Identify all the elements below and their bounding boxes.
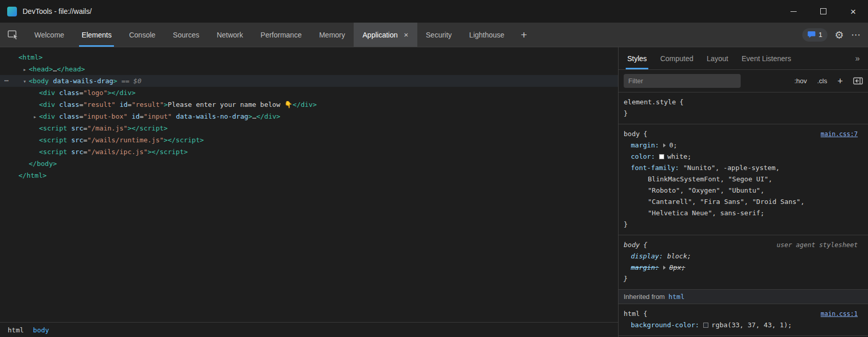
more-options-button[interactable]: ⋯ bbox=[851, 30, 861, 40]
close-tab-icon[interactable]: × bbox=[404, 31, 409, 39]
sidebar-toggle-icon[interactable] bbox=[853, 77, 863, 85]
tab-label: Network bbox=[217, 31, 243, 39]
property-value: "Nunito", -apple-system, bbox=[683, 164, 780, 172]
open-brace: { bbox=[680, 97, 684, 108]
tree-row-script-ipc[interactable]: <scriptsrc="/wails/ipc.js"></script> bbox=[0, 146, 618, 158]
class-toggle[interactable]: .cls bbox=[817, 77, 827, 85]
attr-name: class bbox=[59, 89, 79, 97]
tab-event-listeners[interactable]: Event Listeners bbox=[735, 47, 798, 69]
css-property-margin[interactable]: margin:0; bbox=[624, 140, 858, 151]
tree-row-body-close[interactable]: </body> bbox=[0, 158, 618, 170]
new-style-rule-button[interactable]: + bbox=[837, 77, 843, 86]
tree-row-div-logo[interactable]: <divclass="logo"></div> bbox=[0, 87, 618, 99]
more-options-icon: ⋯ bbox=[851, 29, 861, 40]
tab-label: Event Listeners bbox=[742, 54, 792, 63]
property-name: color: bbox=[631, 153, 655, 160]
attr-name: class bbox=[59, 113, 79, 120]
close-brace: } bbox=[624, 219, 858, 230]
node-overflow-menu-icon[interactable]: ⋯ bbox=[4, 75, 9, 87]
inherited-target-link[interactable]: html bbox=[668, 293, 684, 301]
rule-selector[interactable]: body bbox=[624, 239, 640, 251]
tab-label: Application bbox=[362, 31, 398, 39]
tab-application[interactable]: Application × bbox=[354, 23, 417, 47]
pointing-down-emoji: 👇 bbox=[284, 101, 293, 108]
close-icon: × bbox=[850, 7, 856, 16]
minimize-icon bbox=[790, 11, 797, 12]
script-open-tag: <script bbox=[39, 124, 67, 132]
tab-label: Sources bbox=[173, 31, 199, 39]
open-brace: { bbox=[643, 239, 647, 251]
new-tab-button[interactable]: + bbox=[513, 23, 535, 47]
inspect-button[interactable] bbox=[0, 23, 26, 47]
script-close-tag: ></script> bbox=[148, 148, 188, 156]
color-swatch-background[interactable] bbox=[703, 323, 708, 328]
tab-computed[interactable]: Computed bbox=[653, 47, 700, 69]
attr-value: "/wails/ipc.js" bbox=[87, 148, 147, 156]
div-open-tag: <div bbox=[39, 113, 55, 120]
breadcrumb-body[interactable]: body bbox=[28, 326, 53, 334]
title-bar: DevTools - file://wails/ × bbox=[0, 0, 868, 23]
attr-name: class bbox=[59, 101, 79, 108]
stylesheet-link[interactable]: main.css:1 bbox=[821, 308, 858, 320]
toolbar-right-icons: 1 ⚙ ⋯ bbox=[802, 23, 868, 47]
issues-badge[interactable]: 1 bbox=[802, 28, 827, 42]
rule-selector[interactable]: element.style bbox=[624, 97, 676, 108]
stylesheet-link[interactable]: main.css:7 bbox=[821, 128, 858, 140]
rule-selector[interactable]: html bbox=[624, 308, 640, 320]
settings-button[interactable]: ⚙ bbox=[835, 30, 844, 40]
tab-lighthouse[interactable]: Lighthouse bbox=[460, 23, 513, 47]
css-property-display[interactable]: display:block; bbox=[624, 251, 858, 262]
tab-layout[interactable]: Layout bbox=[700, 47, 735, 69]
style-filter-input[interactable] bbox=[624, 74, 741, 88]
expand-arrow-icon[interactable]: ▸ bbox=[21, 64, 29, 76]
tab-elements[interactable]: Elements bbox=[73, 23, 120, 47]
expand-arrow-icon[interactable]: ▸ bbox=[31, 111, 39, 123]
css-property-margin-overridden[interactable]: margin:8px; bbox=[624, 262, 858, 273]
tree-row-script-main[interactable]: <scriptsrc="/main.js"></script> bbox=[0, 122, 618, 134]
css-property-font-family[interactable]: font-family:"Nunito", -apple-system, bbox=[624, 162, 858, 174]
minimize-button[interactable] bbox=[779, 0, 808, 23]
css-property-color[interactable]: color:white; bbox=[624, 151, 858, 162]
shorthand-expand-icon[interactable] bbox=[663, 143, 666, 147]
tab-security[interactable]: Security bbox=[417, 23, 461, 47]
hover-state-toggle[interactable]: :hov bbox=[794, 77, 807, 85]
html-open-tag: <html> bbox=[18, 53, 43, 61]
tree-row-body[interactable]: ⋯▾<bodydata-wails-drag>== $0 bbox=[0, 75, 618, 87]
maximize-button[interactable] bbox=[808, 0, 838, 23]
tree-row-div-result[interactable]: <divclass="result"id="result">Please ent… bbox=[0, 99, 618, 110]
rule-selector[interactable]: body bbox=[624, 128, 640, 140]
tab-performance[interactable]: Performance bbox=[252, 23, 311, 47]
tree-row-html-close[interactable]: </html> bbox=[0, 170, 618, 181]
filter-bar-actions: :hov .cls + bbox=[794, 77, 863, 86]
more-panels-button[interactable]: » bbox=[855, 47, 868, 69]
inherited-separator: Inherited from html bbox=[619, 290, 868, 304]
collapse-arrow-icon[interactable]: ▾ bbox=[21, 76, 29, 87]
close-button[interactable]: × bbox=[838, 0, 868, 23]
tab-memory[interactable]: Memory bbox=[311, 23, 354, 47]
tree-row-html-open[interactable]: <html> bbox=[0, 51, 618, 63]
css-property-background-color[interactable]: background-color:rgba(33, 37, 43, 1); bbox=[624, 320, 858, 331]
property-value: white; bbox=[667, 153, 691, 160]
tab-network[interactable]: Network bbox=[208, 23, 252, 47]
inherited-label: Inherited from bbox=[624, 293, 665, 301]
div-close-tag: </div> bbox=[293, 101, 317, 108]
more-panels-icon: » bbox=[855, 54, 860, 63]
tab-sources[interactable]: Sources bbox=[164, 23, 208, 47]
attr-name: id bbox=[131, 113, 140, 120]
tab-label: Console bbox=[129, 31, 155, 39]
div-close-tag: ></div> bbox=[107, 89, 136, 97]
shorthand-expand-icon[interactable] bbox=[663, 266, 666, 270]
tree-row-div-input-box[interactable]: ▸<divclass="input-box"id="input"data-wai… bbox=[0, 110, 618, 122]
tab-console[interactable]: Console bbox=[120, 23, 164, 47]
tree-row-script-runtime[interactable]: <scriptsrc="/wails/runtime.js"></script> bbox=[0, 134, 618, 146]
collapsed-ellipsis[interactable]: … bbox=[53, 65, 57, 73]
tab-styles[interactable]: Styles bbox=[621, 47, 653, 69]
devtools-window: DevTools - file://wails/ × Welcome Eleme… bbox=[0, 0, 868, 337]
tab-welcome[interactable]: Welcome bbox=[26, 23, 73, 47]
dom-breadcrumb-bar: html body bbox=[0, 322, 618, 337]
tree-row-head[interactable]: ▸<head>…</head> bbox=[0, 63, 618, 75]
breadcrumb-html[interactable]: html bbox=[3, 326, 28, 334]
attr-name: id bbox=[120, 101, 128, 108]
color-swatch-white[interactable] bbox=[659, 154, 664, 159]
attr-name: data-wails-no-drag bbox=[176, 113, 248, 120]
